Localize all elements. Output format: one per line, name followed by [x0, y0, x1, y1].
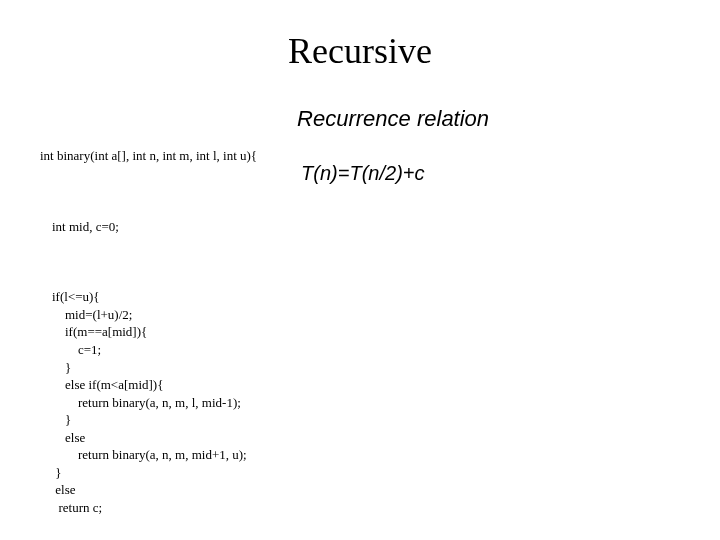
code-column: int binary(int a[], int n, int m, int l,…: [40, 112, 257, 540]
recurrence-formula: T(n)=T(n/2)+c: [301, 162, 680, 185]
code-signature: int binary(int a[], int n, int m, int l,…: [40, 147, 257, 165]
content-row: int binary(int a[], int n, int m, int l,…: [40, 112, 680, 540]
code-body: if(l<=u){ mid=(l+u)/2; if(m==a[mid]){ c=…: [52, 288, 257, 516]
code-declaration: int mid, c=0;: [52, 218, 257, 236]
slide-title: Recursive: [40, 30, 680, 72]
right-column: Recurrence relation T(n)=T(n/2)+c: [297, 112, 680, 540]
recurrence-heading: Recurrence relation: [297, 106, 680, 132]
slide: Recursive int binary(int a[], int n, int…: [0, 0, 720, 540]
